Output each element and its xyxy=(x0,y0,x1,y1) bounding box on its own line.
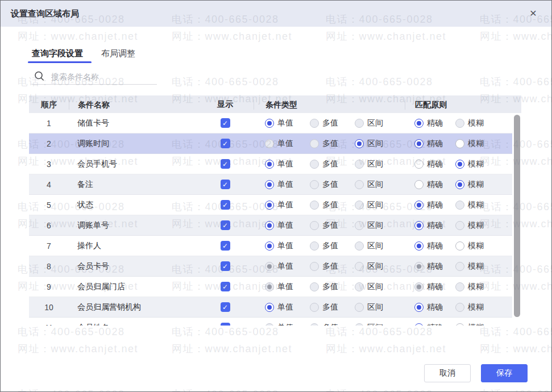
cancel-button[interactable]: 取消 xyxy=(424,364,471,382)
row-condition-name: 储值卡号 xyxy=(69,118,197,128)
table-row[interactable]: 4 备注 单值多值区间 精确模糊 xyxy=(29,174,512,195)
radio-range xyxy=(355,323,364,326)
header-order: 顺序 xyxy=(29,99,69,110)
show-checkbox[interactable] xyxy=(221,261,230,271)
radio-single-value[interactable] xyxy=(265,201,274,210)
radio-single-value xyxy=(265,282,274,291)
table-body: 1 储值卡号 单值多值区间 精确模糊 2 调账时间 单值多值区间 精确模糊 3 … xyxy=(29,113,512,326)
radio-label: 区间 xyxy=(367,241,383,251)
search-input[interactable] xyxy=(50,70,152,84)
show-checkbox[interactable] xyxy=(221,200,230,210)
match-cell: 精确模糊 xyxy=(405,323,512,326)
close-icon[interactable]: × xyxy=(530,6,537,20)
type-cell: 单值多值区间 xyxy=(254,220,405,231)
radio-fuzzy[interactable] xyxy=(455,241,464,251)
radio-exact[interactable] xyxy=(414,119,424,128)
radio-single-value[interactable] xyxy=(265,160,274,169)
radio-range xyxy=(355,119,364,128)
show-checkbox[interactable] xyxy=(221,282,230,291)
dialog: 设置查询区域布局 × 查询字段设置 布局调整 顺序 条件名称 显示 条件类型 匹… xyxy=(0,0,552,392)
table-row[interactable]: 6 调账单号 单值多值区间 精确模糊 xyxy=(29,215,512,236)
dialog-titlebar: 设置查询区域布局 × xyxy=(1,1,551,27)
type-cell: 单值多值区间 xyxy=(254,261,405,272)
show-checkbox[interactable] xyxy=(221,118,230,128)
row-order: 11 xyxy=(29,323,69,326)
radio-single-value[interactable] xyxy=(265,241,274,251)
radio-range xyxy=(355,262,364,271)
radio-fuzzy[interactable] xyxy=(455,323,464,326)
table-row[interactable]: 9 会员归属门店 单值多值区间 精确模糊 xyxy=(29,277,512,297)
row-order: 10 xyxy=(29,303,69,312)
radio-multi-value xyxy=(310,262,319,271)
radio-label: 区间 xyxy=(367,323,383,326)
radio-label: 多值 xyxy=(322,282,338,292)
table-row[interactable]: 5 状态 单值多值区间 精确模糊 xyxy=(29,195,512,215)
tab-layout-adjust[interactable]: 布局调整 xyxy=(101,48,135,59)
save-button[interactable]: 保存 xyxy=(481,364,528,382)
radio-label: 单值 xyxy=(277,200,293,210)
radio-single-value[interactable] xyxy=(265,180,274,189)
type-cell: 单值多值区间 xyxy=(254,282,405,292)
show-checkbox[interactable] xyxy=(221,323,230,326)
row-order: 1 xyxy=(29,119,69,128)
type-cell: 单值多值区间 xyxy=(254,302,405,312)
table-row[interactable]: 1 储值卡号 单值多值区间 精确模糊 xyxy=(29,113,512,134)
radio-label: 模糊 xyxy=(468,282,484,292)
radio-exact[interactable] xyxy=(414,221,424,230)
dialog-title: 设置查询区域布局 xyxy=(11,1,79,27)
radio-fuzzy[interactable] xyxy=(455,139,464,148)
table-row[interactable]: 11 会员姓名 单值多值区间 精确模糊 xyxy=(29,318,512,326)
radio-single-value[interactable] xyxy=(265,119,274,128)
table-row[interactable]: 3 会员手机号 单值多值区间 精确模糊 xyxy=(29,154,512,174)
type-cell: 单值多值区间 xyxy=(254,180,405,190)
radio-label: 模糊 xyxy=(468,261,484,272)
radio-label: 区间 xyxy=(367,220,383,231)
show-checkbox[interactable] xyxy=(221,180,230,189)
show-checkbox[interactable] xyxy=(221,220,230,230)
header-show: 显示 xyxy=(197,99,254,110)
radio-label: 区间 xyxy=(367,261,383,272)
watermark-text: 电话：400-665-0028 xyxy=(326,387,433,391)
radio-single-value[interactable] xyxy=(265,303,274,312)
radio-label: 模糊 xyxy=(468,241,484,251)
radio-range xyxy=(355,180,364,189)
row-condition-name: 会员手机号 xyxy=(69,159,197,169)
watermark-text: 网址：www.chanjet.net xyxy=(326,342,446,356)
table-row[interactable]: 7 操作人 单值多值区间 精确模糊 xyxy=(29,236,512,256)
radio-exact[interactable] xyxy=(414,201,424,210)
radio-exact[interactable] xyxy=(414,303,424,312)
active-tab-underline xyxy=(28,61,92,63)
radio-label: 区间 xyxy=(367,302,383,312)
radio-fuzzy[interactable] xyxy=(455,160,464,169)
watermark-text: 电话：400-665-0028 xyxy=(172,325,279,339)
radio-label: 模糊 xyxy=(468,323,484,326)
table-row[interactable]: 8 会员卡号 单值多值区间 精确模糊 xyxy=(29,256,512,277)
radio-range xyxy=(355,221,364,230)
type-cell: 单值多值区间 xyxy=(254,159,405,169)
vertical-scrollbar-thumb[interactable] xyxy=(514,115,520,317)
radio-range xyxy=(355,160,364,169)
radio-label: 模糊 xyxy=(468,180,484,190)
show-checkbox[interactable] xyxy=(221,159,230,169)
radio-exact[interactable] xyxy=(414,241,424,251)
row-condition-name: 状态 xyxy=(69,200,197,210)
radio-exact[interactable] xyxy=(414,160,424,169)
row-condition-name: 会员归属营销机构 xyxy=(69,302,197,312)
radio-exact[interactable] xyxy=(414,180,424,189)
radio-fuzzy[interactable] xyxy=(455,180,464,189)
radio-exact[interactable] xyxy=(414,323,424,326)
watermark-text: 电话：400-665-0028 xyxy=(172,387,279,391)
show-checkbox[interactable] xyxy=(221,302,230,312)
show-checkbox[interactable] xyxy=(221,241,230,251)
header-condition-name: 条件名称 xyxy=(69,99,197,110)
tab-query-field-settings[interactable]: 查询字段设置 xyxy=(32,48,83,59)
radio-label: 精确 xyxy=(427,180,443,190)
radio-range[interactable] xyxy=(355,139,364,148)
radio-fuzzy xyxy=(455,201,464,210)
radio-single-value[interactable] xyxy=(265,221,274,230)
radio-exact[interactable] xyxy=(414,139,424,148)
show-checkbox[interactable] xyxy=(221,139,230,148)
table-row[interactable]: 2 调账时间 单值多值区间 精确模糊 xyxy=(29,134,512,154)
radio-single-value xyxy=(265,262,274,271)
table-row[interactable]: 10 会员归属营销机构 单值多值区间 精确模糊 xyxy=(29,297,512,318)
